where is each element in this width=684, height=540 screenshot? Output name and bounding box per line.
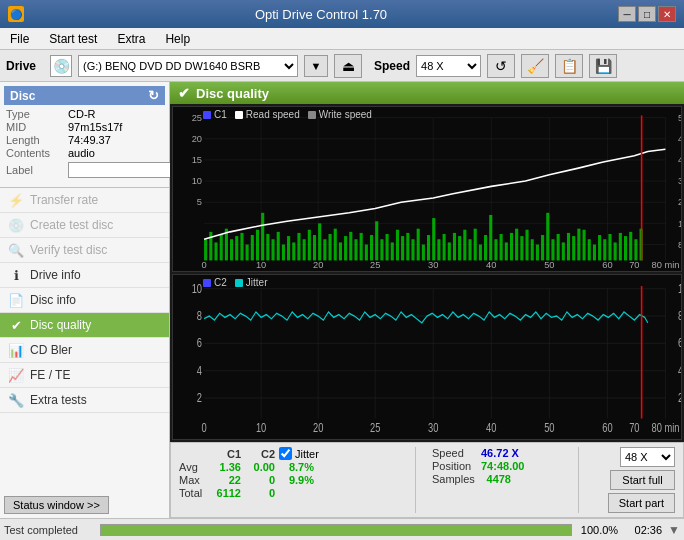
menu-extra[interactable]: Extra [111, 30, 151, 48]
svg-text:4%: 4% [678, 363, 681, 377]
legend-c2: C2 [203, 277, 227, 288]
max-jitter: 9.9% [279, 474, 314, 486]
svg-rect-94 [494, 239, 497, 260]
sidebar-item-transfer-rate[interactable]: ⚡ Transfer rate [0, 188, 169, 213]
status-text: Test completed [4, 524, 94, 536]
create-test-icon: 💿 [8, 217, 24, 233]
info-button[interactable]: 📋 [555, 54, 583, 78]
disc-contents-key: Contents [6, 147, 64, 159]
svg-text:6%: 6% [678, 336, 681, 350]
eject-button[interactable]: ⏏ [334, 54, 362, 78]
c1-label: C1 [214, 109, 227, 120]
avg-label: Avg [179, 461, 207, 473]
c2-dot [203, 279, 211, 287]
drive-refresh-button[interactable]: ▼ [304, 55, 328, 77]
apply-button[interactable]: ↺ [487, 54, 515, 78]
svg-text:80 min: 80 min [651, 421, 679, 435]
sidebar-item-drive-info[interactable]: ℹ Drive info [0, 263, 169, 288]
sidebar-item-label: Transfer rate [30, 193, 98, 207]
save-button[interactable]: 💾 [589, 54, 617, 78]
test-speed-select[interactable]: 48 X 32 X [620, 447, 675, 467]
drive-select[interactable]: (G:) BENQ DVD DD DW1640 BSRB [78, 55, 298, 77]
jitter-checkbox-row: Jitter [279, 447, 319, 460]
svg-rect-61 [323, 239, 326, 260]
svg-text:56 X: 56 X [678, 112, 681, 123]
menu-start-test[interactable]: Start test [43, 30, 103, 48]
svg-rect-46 [246, 245, 249, 261]
disc-refresh-icon[interactable]: ↻ [148, 88, 159, 103]
menu-file[interactable]: File [4, 30, 35, 48]
stats-panel: C1 C2 Jitter Avg 1.36 0.00 8.7% Max 22 [170, 442, 684, 518]
svg-rect-59 [313, 235, 316, 260]
disc-contents-val: audio [68, 147, 95, 159]
svg-rect-52 [277, 232, 280, 261]
max-c2: 0 [245, 474, 275, 486]
svg-rect-107 [562, 242, 565, 260]
disc-length-val: 74:49.37 [68, 134, 111, 146]
svg-rect-95 [500, 234, 503, 260]
drive-info-icon: ℹ [8, 267, 24, 283]
svg-rect-78 [411, 239, 414, 260]
sidebar-item-cd-bler[interactable]: 📊 CD Bler [0, 338, 169, 363]
svg-rect-69 [365, 245, 368, 261]
svg-rect-96 [505, 242, 508, 260]
stats-left: C1 C2 Jitter Avg 1.36 0.00 8.7% Max 22 [179, 447, 399, 513]
status-window-button[interactable]: Status window >> [4, 496, 109, 514]
sidebar-item-label: FE / TE [30, 368, 70, 382]
disc-info-icon: 📄 [8, 292, 24, 308]
svg-rect-70 [370, 235, 373, 260]
minimize-button[interactable]: ─ [618, 6, 636, 22]
svg-text:25: 25 [192, 112, 202, 123]
read-label: Read speed [246, 109, 300, 120]
speed-select[interactable]: 48 X 32 X 16 X [416, 55, 481, 77]
position-stat-label: Position [432, 460, 477, 472]
svg-rect-54 [287, 236, 290, 260]
disc-title: Disc [10, 89, 35, 103]
svg-rect-120 [629, 232, 632, 261]
drivebar: Drive 💿 (G:) BENQ DVD DD DW1640 BSRB ▼ ⏏… [0, 50, 684, 82]
sidebar-item-disc-quality[interactable]: ✔ Disc quality [0, 313, 169, 338]
disc-type-val: CD-R [68, 108, 96, 120]
sidebar-item-create-test[interactable]: 💿 Create test disc [0, 213, 169, 238]
samples-stat-val: 4478 [481, 473, 511, 485]
sidebar-item-label: CD Bler [30, 343, 72, 357]
maximize-button[interactable]: □ [638, 6, 656, 22]
svg-rect-104 [546, 213, 549, 261]
svg-rect-64 [339, 242, 342, 260]
read-dot [235, 111, 243, 119]
svg-rect-110 [577, 229, 580, 261]
svg-rect-38 [204, 239, 207, 260]
stats-total-row: Total 6112 0 [179, 487, 399, 499]
sidebar-item-disc-info[interactable]: 📄 Disc info [0, 288, 169, 313]
sidebar-nav: ⚡ Transfer rate 💿 Create test disc 🔍 Ver… [0, 188, 169, 518]
erase-button[interactable]: 🧹 [521, 54, 549, 78]
svg-rect-48 [256, 230, 259, 261]
sidebar-item-extra-tests[interactable]: 🔧 Extra tests [0, 388, 169, 413]
sidebar-item-label: Disc quality [30, 318, 91, 332]
svg-text:30: 30 [428, 421, 438, 435]
svg-rect-72 [380, 239, 383, 260]
content-wrapper: ✔ Disc quality C1 Read speed [170, 82, 684, 518]
start-full-button[interactable]: Start full [610, 470, 675, 490]
svg-rect-57 [303, 239, 306, 260]
write-dot [308, 111, 316, 119]
svg-rect-80 [422, 245, 425, 261]
speed-stat-val: 46.72 X [481, 447, 519, 459]
svg-rect-121 [634, 239, 637, 260]
svg-text:20: 20 [192, 133, 202, 144]
sidebar-item-fe-te[interactable]: 📈 FE / TE [0, 363, 169, 388]
svg-rect-91 [479, 245, 482, 261]
speed-row: Speed 46.72 X [432, 447, 562, 459]
svg-text:15: 15 [192, 154, 202, 165]
chart-c1: C1 Read speed Write speed [172, 106, 682, 272]
drive-icon: 💿 [50, 55, 72, 77]
jitter-checkbox[interactable] [279, 447, 292, 460]
menu-help[interactable]: Help [159, 30, 196, 48]
svg-rect-81 [427, 235, 430, 260]
close-button[interactable]: ✕ [658, 6, 676, 22]
sidebar-item-verify-test[interactable]: 🔍 Verify test disc [0, 238, 169, 263]
svg-text:10: 10 [256, 421, 266, 435]
svg-rect-124 [173, 275, 681, 439]
start-part-button[interactable]: Start part [608, 493, 675, 513]
disc-mid-key: MID [6, 121, 64, 133]
